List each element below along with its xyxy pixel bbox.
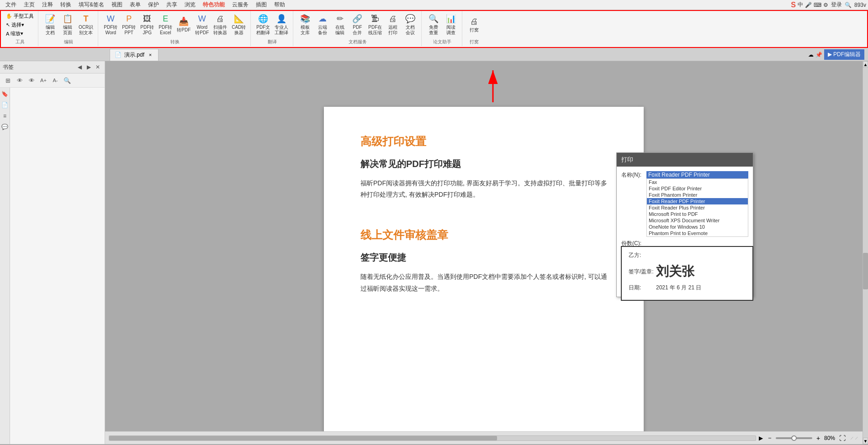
- search-icon[interactable]: 🔍: [845, 2, 852, 8]
- sidebar-icon-page[interactable]: 📄: [0, 100, 10, 110]
- pin-icon[interactable]: 📌: [815, 52, 822, 58]
- pdf-translate-btn[interactable]: 🌐 PDF文档翻译: [254, 13, 272, 37]
- scroll-right-arrow[interactable]: ▶: [759, 435, 763, 441]
- zoom-in-btn[interactable]: +: [814, 434, 822, 442]
- sidebar-left-icons: 🔖 📄 ≡ 💬: [0, 88, 10, 444]
- menu-item-share[interactable]: 共享: [163, 0, 181, 10]
- signature-sign-row: 签字/盖章: 刘关张: [629, 263, 746, 280]
- menu-item-special[interactable]: 特色功能: [199, 0, 228, 10]
- cad-convert-btn[interactable]: 📐 CAD转换器: [230, 13, 248, 37]
- remote-print-btn[interactable]: 🖨 远程打印: [385, 13, 401, 37]
- pdf-to-excel-btn[interactable]: E PDF转Excel: [157, 13, 174, 37]
- to-pdf-icon: 📥: [179, 17, 189, 27]
- menu-item-fill[interactable]: 填写&签名: [75, 0, 108, 10]
- fullscreen-btn[interactable]: ⛶: [838, 434, 847, 443]
- menu-item-home[interactable]: 主页: [20, 0, 38, 10]
- sidebar-header-btns: ◀ ▶ ✕: [75, 63, 102, 71]
- section2-title: 线上文件审核盖章: [360, 228, 607, 242]
- menu-item-plugin[interactable]: 插图: [252, 0, 270, 10]
- to-pdf-btn[interactable]: 📥 转PDF: [175, 16, 192, 34]
- sidebar-icon-bookmark[interactable]: 🔖: [0, 89, 10, 99]
- vscroll-down-btn[interactable]: ▼: [863, 438, 868, 444]
- vscroll-up-btn[interactable]: ▲: [863, 61, 868, 68]
- sidebar-toolbar: ⊞ 👁 👁 A+ A- 🔍: [0, 73, 105, 88]
- pdf-editor-label[interactable]: ▶ PDF编辑器: [824, 49, 864, 60]
- menu-item-form[interactable]: 表单: [126, 0, 144, 10]
- printer-ms-pdf[interactable]: Microsoft Print to PDF: [647, 211, 748, 217]
- check-duplicate-btn[interactable]: 🔍 免费查重: [425, 13, 442, 37]
- reading-survey-btn[interactable]: 📊 阅读调查: [443, 13, 459, 37]
- scan-convert-btn[interactable]: 🖨 扫描件转换器: [212, 13, 229, 37]
- print-name-label: 名称(N):: [621, 171, 646, 179]
- menu-item-convert[interactable]: 转换: [57, 0, 75, 10]
- sidebar-nav-next[interactable]: ▶: [85, 63, 93, 71]
- menu-item-browse[interactable]: 浏览: [181, 0, 199, 10]
- menu-item-protect[interactable]: 保护: [144, 0, 163, 10]
- login-btn[interactable]: 登录: [831, 1, 842, 9]
- sidebar-icon-layers[interactable]: ≡: [0, 111, 10, 120]
- section1-subtitle: 解决常见的PDF打印难题: [360, 158, 607, 170]
- sidebar-tool-a-minus[interactable]: A-: [50, 75, 60, 85]
- menu-bar-right: S 中 🎤 ⌨ ⚙ 登录 🔍 893v: [791, 1, 866, 9]
- sidebar-nav-prev[interactable]: ◀: [75, 63, 84, 71]
- cloud-sync-icon[interactable]: ☁: [808, 52, 814, 58]
- printer-evernote[interactable]: Phantom Print to Evernote: [647, 230, 748, 236]
- edit-doc-btn[interactable]: 📝 编辑文档: [42, 13, 58, 37]
- printer-ms-xps[interactable]: Microsoft XPS Document Writer: [647, 217, 748, 224]
- printer-foxit-plus[interactable]: Foxit Reader Plus Printer: [647, 204, 748, 211]
- pdf-merge-btn[interactable]: 🔗 PDF合并: [349, 13, 365, 37]
- menu-item-comment[interactable]: 注释: [38, 0, 57, 10]
- sidebar-tool-grid[interactable]: ⊞: [3, 75, 13, 85]
- printer-onenote[interactable]: OneNote for Windows 10: [647, 224, 748, 230]
- pro-translate-btn[interactable]: 👤 专业人工翻译: [273, 13, 290, 37]
- print-selected-printer[interactable]: Foxit Reader PDF Printer: [646, 171, 748, 178]
- sogou-keyboard-icon[interactable]: ⌨: [814, 2, 821, 8]
- menu-item-view[interactable]: 视图: [108, 0, 126, 10]
- doc-meeting-btn[interactable]: 💬 文档会议: [402, 13, 418, 37]
- pdf-to-word-btn[interactable]: W PDF转Word: [102, 13, 119, 37]
- sidebar-icon-comment[interactable]: 💬: [0, 122, 10, 131]
- cloud-backup-btn[interactable]: ☁ 云端备份: [314, 13, 331, 37]
- pdf-to-jpg-btn[interactable]: 🖼 PDF转JPG: [138, 13, 156, 37]
- pdf-compress-btn[interactable]: 🗜 PDF在线压缩: [366, 13, 384, 37]
- vertical-scrollbar: ▲ ▼: [863, 61, 868, 444]
- paper-assistant-label: 论文助手: [433, 38, 451, 45]
- print-printer-list: Fax Foxit PDF Editor Printer Foxit Phant…: [646, 178, 748, 237]
- menu-item-cloud[interactable]: 云服务: [228, 0, 252, 10]
- edit-doc-icon: 📝: [45, 14, 55, 24]
- printer-fax[interactable]: Fax: [647, 179, 748, 185]
- sidebar: 书签 ◀ ▶ ✕ ⊞ 👁 👁 A+ A- 🔍 🔖 📄 ≡ 💬: [0, 61, 105, 444]
- menu-item-file[interactable]: 文件: [2, 0, 20, 10]
- printer-foxit-editor[interactable]: Foxit PDF Editor Printer: [647, 185, 748, 192]
- zoom-out-btn[interactable]: －: [766, 434, 774, 442]
- edit-page-btn[interactable]: 📋 编辑页面: [59, 13, 76, 37]
- sidebar-close[interactable]: ✕: [94, 63, 102, 71]
- sogou-mic-icon[interactable]: 🎤: [805, 2, 812, 8]
- online-edit-btn[interactable]: ✏ 在线编辑: [332, 13, 348, 37]
- print-btn[interactable]: 🖨 打窝: [466, 16, 482, 34]
- sidebar-tool-a-plus[interactable]: A+: [38, 75, 48, 85]
- file-tab-label: 演示.pdf: [124, 51, 144, 59]
- zoom-tool-btn[interactable]: A 缩放▾: [5, 29, 35, 38]
- content-area: 高级打印设置 解决常见的PDF打印难题 福昕PDF阅读器拥有强大的打印功能, 界…: [105, 61, 863, 444]
- sogou-settings-icon[interactable]: ⚙: [823, 2, 828, 8]
- vscroll-track[interactable]: [863, 68, 868, 438]
- file-tab-close[interactable]: ×: [147, 52, 153, 58]
- sidebar-tool-eye2[interactable]: 👁: [26, 75, 37, 85]
- select-tool-btn[interactable]: ↖ 选择▾: [5, 21, 35, 29]
- pdf-file-tab[interactable]: 📄 演示.pdf ×: [110, 49, 159, 61]
- hand-tool-btn[interactable]: ✋ 手型工具: [5, 12, 35, 21]
- menu-item-help[interactable]: 帮助: [270, 0, 289, 10]
- printer-foxit-phantom[interactable]: Foxit Phantom Printer: [647, 192, 748, 198]
- template-btn[interactable]: 📚 模板文库: [297, 13, 313, 37]
- word-to-pdf-btn[interactable]: W Word转PDF: [193, 13, 211, 37]
- printer-foxit-reader[interactable]: Foxit Reader PDF Printer: [647, 198, 748, 204]
- sidebar-tool-search[interactable]: 🔍: [62, 75, 72, 85]
- ocr-btn[interactable]: T OCR识别文本: [77, 13, 95, 37]
- pdf-to-ppt-btn[interactable]: P PDF转PPT: [120, 13, 138, 37]
- print-buttons: 🖨 打窝: [466, 12, 482, 38]
- horizontal-scrollbar[interactable]: [109, 435, 756, 441]
- sidebar-tool-eye1[interactable]: 👁: [15, 75, 25, 85]
- print-name-value: Foxit Reader PDF Printer Fax Foxit PDF E…: [646, 171, 748, 237]
- zoom-slider[interactable]: [776, 437, 812, 439]
